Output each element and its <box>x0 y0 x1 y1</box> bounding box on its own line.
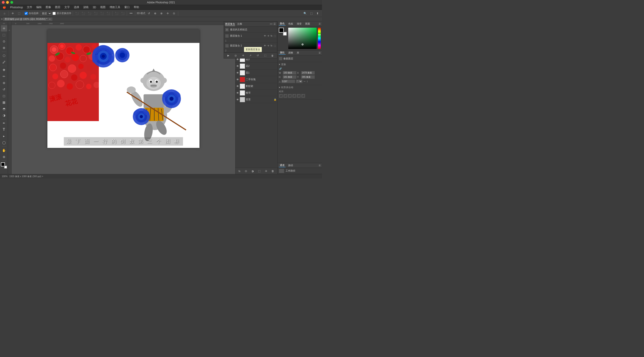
comp-tab-notes[interactable]: 注释 <box>237 22 242 26</box>
flip-h-btn[interactable]: ↔ <box>303 80 306 83</box>
healing-brush-tool[interactable]: ✚ <box>1 67 7 73</box>
tab-swatches[interactable]: 色板 <box>287 22 294 25</box>
align-title[interactable]: ▾ 对齐并分布 <box>279 86 321 89</box>
search-btn[interactable]: 🔍 <box>302 11 308 16</box>
quick-select-tool[interactable]: ⊕ <box>1 45 7 51</box>
3d-zoom-btn[interactable]: ⊗ <box>159 11 164 16</box>
move-tool[interactable]: ✛ <box>1 25 7 31</box>
auto-select-select[interactable]: 图层 组 <box>40 11 52 16</box>
layer-vis-background[interactable]: 👁 <box>236 98 239 101</box>
align-top-btn[interactable]: ⬛ <box>93 11 98 16</box>
close-button[interactable] <box>2 1 5 4</box>
transform-lock-icon[interactable]: 🔗 <box>279 67 282 70</box>
align-left-btn[interactable]: ⬛ <box>279 94 283 98</box>
history-brush-tool[interactable]: ↺ <box>1 86 7 92</box>
pen-tool[interactable]: ✒ <box>1 120 7 126</box>
canvas-scroll-area[interactable]: 滚滚 花花 <box>12 25 235 174</box>
bg-swatch[interactable] <box>283 32 287 36</box>
selection-rectangular-tool[interactable]: ⬚ <box>1 32 7 38</box>
comp-arrow-btn[interactable]: ↗ <box>248 54 252 58</box>
x-input[interactable] <box>301 71 315 75</box>
tab-properties[interactable]: 属性 <box>279 51 286 55</box>
vis-icon-1[interactable]: 👁 <box>264 35 266 37</box>
tab-patterns[interactable]: 图案 <box>304 22 311 25</box>
doc-tab[interactable]: 图层编组.psd @ 100% (花4, RGB/8#) * ✕ <box>3 17 53 21</box>
w-input[interactable] <box>283 71 296 75</box>
path-select-tool[interactable]: ▸ <box>1 133 7 139</box>
align-right-btn[interactable]: ⬛ <box>87 11 92 16</box>
eraser-tool[interactable]: ◻ <box>1 93 7 99</box>
align-h-center-btn[interactable]: ⬛ <box>283 94 287 98</box>
3d-scale-btn[interactable]: ⊙ <box>171 11 177 16</box>
share-btn[interactable]: ⬆ <box>315 11 320 16</box>
minimize-button[interactable] <box>6 1 9 4</box>
align-bottom-btn[interactable]: ⬛ <box>106 11 111 16</box>
mask-icon-2[interactable]: ⬚ <box>274 44 276 47</box>
menu-select[interactable]: 选择 <box>72 5 81 9</box>
mask-btn[interactable]: ⊙ <box>245 170 247 173</box>
last-doc-state-item[interactable]: ⊙ 最后的文档状态 <box>224 26 277 33</box>
arrange-btn[interactable]: ⬚ <box>16 11 22 16</box>
panel-expand-btn[interactable]: >> <box>270 22 272 25</box>
vis-icon-2[interactable]: 👁 <box>264 44 266 47</box>
layer-vis-houge[interactable]: 👁 <box>236 91 239 94</box>
workspace-btn[interactable]: ⬚ <box>308 11 314 16</box>
menu-layer[interactable]: 图层 <box>53 5 62 9</box>
eyedropper-tool[interactable]: 🖉 <box>1 59 7 65</box>
auto-select-checkbox[interactable] <box>24 12 28 15</box>
comp-play-btn[interactable]: ▶ <box>226 54 230 58</box>
layer-vis-baowen[interactable]: 👁 <box>236 85 239 88</box>
layer-vis-hua2[interactable]: 👁 <box>236 64 239 68</box>
tab-color[interactable]: 颜色 <box>279 22 286 26</box>
distribute-center-btn[interactable]: ⬛ <box>120 11 126 16</box>
transform-title[interactable]: ▾ 变换 <box>279 63 321 66</box>
layer-item-ershomeigui[interactable]: 👁 二手玫瑰 <box>236 76 277 83</box>
move-icon-1[interactable]: ✛ <box>268 35 269 37</box>
transform-checkbox[interactable] <box>52 12 56 15</box>
align-center-btn[interactable]: ⬛ <box>80 11 86 16</box>
menu-help[interactable]: 帮助 <box>132 5 141 9</box>
comp-new-btn[interactable]: ⬚ <box>263 54 267 58</box>
layer-vis-hua1[interactable]: 👁 <box>236 71 239 74</box>
text-tool[interactable]: T <box>1 126 7 133</box>
angle-unit-select[interactable]: ° <box>296 79 302 83</box>
tab-gradients[interactable]: 渐变 <box>296 22 302 25</box>
align-middle-btn[interactable]: ⬛ <box>99 11 105 16</box>
fx-icon-1[interactable]: fx <box>270 35 272 37</box>
menu-window[interactable]: 窗口 <box>122 5 132 9</box>
menu-view[interactable]: 视图 <box>98 5 107 9</box>
channels-menu[interactable]: ☰ <box>319 164 321 167</box>
y-input[interactable] <box>301 75 315 79</box>
layer-item-hua1[interactable]: 👁 花1 <box>236 69 277 76</box>
more-options-btn[interactable]: ••• <box>128 11 134 16</box>
brush-tool[interactable]: ✏ <box>1 73 7 79</box>
shape-tool[interactable]: ◯ <box>1 139 7 146</box>
hand-tool[interactable]: ✋ <box>1 147 7 153</box>
apple-menu[interactable]: 🍎 <box>1 5 8 9</box>
menu-plugins[interactable]: 增效工具 <box>108 5 122 9</box>
color-panel-menu[interactable]: ☰ <box>319 22 321 25</box>
menu-text[interactable]: 文字 <box>62 5 72 9</box>
blur-tool[interactable]: ◓ <box>1 106 7 112</box>
3d-pan-btn[interactable]: ⊕ <box>152 11 158 16</box>
move-tool-btn[interactable]: ✛ <box>10 11 16 16</box>
comp-group1-item[interactable]: 图层复合 1 👁 ✛ fx ⬚ <box>224 33 277 39</box>
comp-view-btn[interactable]: ◎ <box>234 54 238 58</box>
menu-edit[interactable]: 编辑 <box>34 5 44 9</box>
h-input[interactable] <box>283 75 296 79</box>
lasso-tool[interactable]: ⊙ <box>1 38 7 44</box>
delete-layer-btn[interactable]: 🗑 <box>272 170 274 173</box>
align-top-btn-props[interactable]: ⬛ <box>292 94 296 98</box>
3d-rotate-btn[interactable]: ↺ <box>146 11 152 16</box>
maximize-button[interactable] <box>10 1 13 4</box>
new-layer-btn[interactable]: ✛ <box>265 170 267 173</box>
panel-menu-btn[interactable]: ☰ <box>274 22 276 25</box>
menu-image[interactable]: 图像 <box>44 5 53 9</box>
distribute-left-btn[interactable]: ⬛ <box>114 11 119 16</box>
align-right-edge-btn[interactable]: ⬛ <box>288 94 292 98</box>
tab-libraries[interactable]: 库 <box>296 51 300 54</box>
work-path-item[interactable]: 工作路径 <box>278 168 322 174</box>
layer-item-background[interactable]: 👁 背景 🔒 <box>236 96 277 103</box>
tab-adjustments[interactable]: 调整 <box>287 51 294 54</box>
flip-v-btn[interactable]: ↕ <box>306 80 308 83</box>
